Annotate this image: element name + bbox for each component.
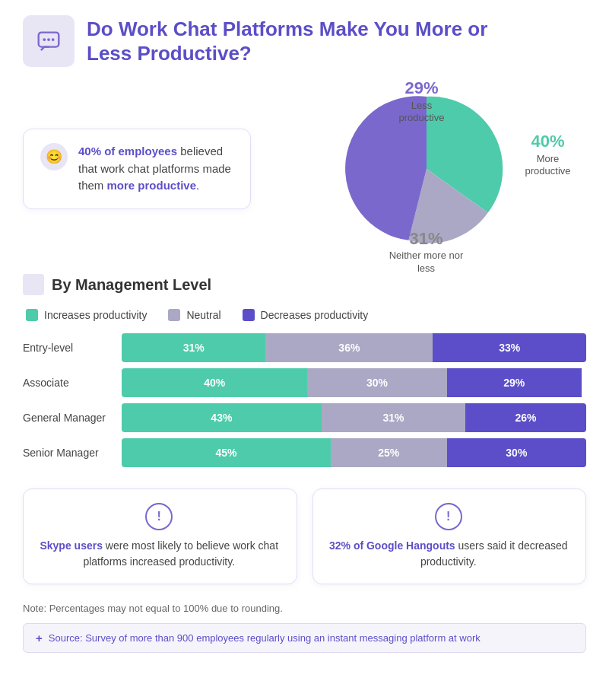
bar-segment: 25% [331, 438, 447, 467]
bar-segment: 30% [307, 368, 446, 397]
pie-section: 29% Lessproductive 40% Moreproductive 31… [266, 85, 586, 253]
legend-item-increases: Increases productivity [26, 309, 147, 321]
pie-label-neither: 31% Neither more nor less [385, 228, 468, 275]
bar-label: Entry-level [23, 342, 122, 354]
smiley-icon: 😊 [40, 143, 68, 170]
note: Note: Percentages may not equal to 100% … [23, 603, 586, 614]
plus-icon: + [36, 632, 43, 644]
pie-more-pct: 40% [525, 131, 571, 153]
bar-segment: 31% [122, 333, 265, 362]
pie-neither-label: Neither more nor less [389, 250, 464, 274]
skype-text: were most likely to believe work chat pl… [83, 539, 278, 568]
legend-label-increases: Increases productivity [44, 309, 147, 321]
table-row: General Manager43%31%26% [23, 403, 586, 432]
svg-point-4 [52, 38, 55, 41]
bar-segment: 31% [322, 403, 465, 432]
info-text-4: . [196, 179, 199, 192]
bar-segments: 45%25%30% [122, 438, 586, 467]
bottom-cards: ! Skype users were most likely to believ… [23, 488, 586, 584]
pie-label-less: 29% Lessproductive [399, 78, 445, 125]
bar-segment: 45% [122, 438, 331, 467]
section-title: By Management Level [52, 276, 211, 294]
bar-segment: 33% [433, 333, 586, 362]
bar-label: Associate [23, 377, 122, 389]
bottom-card-skype: ! Skype users were most likely to believ… [23, 488, 297, 584]
bar-label: Senior Manager [23, 447, 122, 459]
source-bar: + Source: Survey of more than 900 employ… [23, 623, 586, 653]
pie-chart: 29% Lessproductive 40% Moreproductive 31… [343, 85, 510, 253]
skype-highlight: Skype users [40, 539, 103, 552]
table-row: Senior Manager45%25%30% [23, 438, 586, 467]
legend-dot-increases [26, 309, 38, 321]
bottom-card-hangouts: ! 32% of Google Hangouts users said it d… [312, 488, 587, 584]
bar-segment: 36% [265, 333, 433, 362]
bottom-card-skype-text: Skype users were most likely to believe … [37, 538, 281, 570]
bar-segments: 43%31%26% [122, 403, 586, 432]
section-title-bar-decoration [23, 274, 44, 295]
legend: Increases productivity Neutral Decreases… [23, 309, 586, 321]
exclamation-icon-1: ! [145, 503, 173, 530]
pie-more-label: Moreproductive [525, 153, 571, 177]
highlight-40pct: 40% of employees [78, 145, 177, 158]
bar-segments: 31%36%33% [122, 333, 586, 362]
table-row: Entry-level31%36%33% [23, 333, 586, 362]
bar-segment: 26% [465, 403, 586, 432]
bar-segment: 43% [122, 403, 322, 432]
page-title: Do Work Chat Platforms Make You More or … [87, 17, 487, 66]
legend-label-decreases: Decreases productivity [261, 309, 369, 321]
top-section: 😊 40% of employees believed that work ch… [23, 85, 586, 253]
pie-less-pct: 29% [399, 78, 445, 100]
legend-dot-decreases [243, 309, 255, 321]
info-card: 😊 40% of employees believed that work ch… [23, 129, 251, 209]
legend-dot-neutral [168, 309, 180, 321]
legend-item-decreases: Decreases productivity [243, 309, 369, 321]
table-row: Associate40%30%29% [23, 368, 586, 397]
legend-item-neutral: Neutral [168, 309, 220, 321]
bar-segment: 30% [447, 438, 586, 467]
svg-point-2 [43, 38, 46, 41]
bar-chart: Entry-level31%36%33%Associate40%30%29%Ge… [23, 333, 586, 467]
bar-label: General Manager [23, 412, 122, 424]
info-card-text: 40% of employees believed that work chat… [78, 143, 233, 195]
header: Do Work Chat Platforms Make You More or … [23, 15, 586, 67]
chat-icon [34, 27, 63, 56]
header-icon-box [23, 15, 75, 67]
svg-point-3 [47, 38, 50, 41]
bar-segment: 40% [122, 368, 307, 397]
section-title-row: By Management Level [23, 274, 586, 295]
bar-segment: 29% [447, 368, 582, 397]
pie-neither-pct: 31% [385, 228, 468, 250]
hangouts-highlight: 32% of Google Hangouts [329, 539, 455, 552]
bottom-card-hangouts-text: 32% of Google Hangouts users said it dec… [327, 538, 571, 570]
source-text: Source: Survey of more than 900 employee… [49, 632, 481, 644]
bar-segments: 40%30%29% [122, 368, 586, 397]
highlight-more-productive: more productive [107, 179, 197, 192]
legend-label-neutral: Neutral [186, 309, 220, 321]
pie-label-more: 40% Moreproductive [525, 131, 571, 178]
pie-less-label: Lessproductive [399, 100, 445, 124]
exclamation-icon-2: ! [435, 503, 462, 530]
